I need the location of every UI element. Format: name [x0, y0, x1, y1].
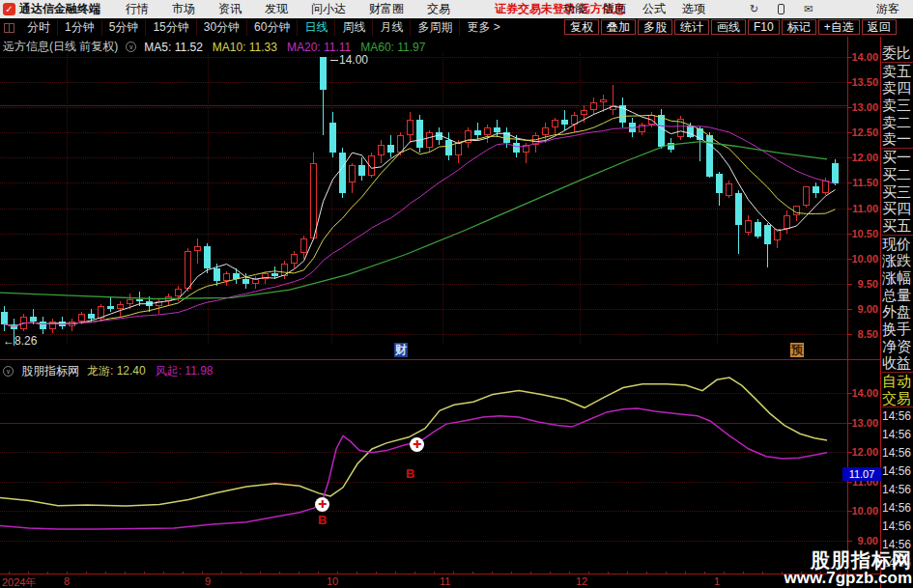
- event-badge-0[interactable]: 财: [394, 343, 408, 357]
- candle[interactable]: [146, 301, 153, 306]
- collapse-chevron-icon[interactable]: ∨: [3, 366, 14, 377]
- candle[interactable]: [194, 246, 201, 251]
- timeframe-8[interactable]: 月线: [372, 19, 410, 36]
- candle[interactable]: [726, 183, 732, 196]
- candle[interactable]: [706, 135, 713, 177]
- candle[interactable]: [271, 273, 278, 276]
- collapse-chevron-icon[interactable]: ∨: [126, 42, 136, 52]
- main-candlestick-chart[interactable]: 远方信息(日线 前复权) ∨ MA5: 11.52MA10: 11.33MA20…: [0, 37, 847, 359]
- candle[interactable]: [127, 299, 133, 304]
- candle[interactable]: [832, 163, 839, 183]
- candle[interactable]: [581, 110, 587, 115]
- timeframe-10[interactable]: 更多 >: [459, 19, 506, 36]
- candle[interactable]: [764, 225, 771, 244]
- candle[interactable]: [49, 322, 56, 329]
- candle[interactable]: [445, 140, 452, 155]
- candle[interactable]: [735, 193, 742, 225]
- candle[interactable]: [523, 145, 529, 153]
- candle[interactable]: [561, 120, 568, 125]
- candle[interactable]: [291, 254, 298, 264]
- candle[interactable]: [20, 317, 27, 329]
- candle[interactable]: [165, 296, 172, 301]
- candle[interactable]: [233, 273, 240, 278]
- candle[interactable]: [98, 306, 104, 319]
- tool-button-5[interactable]: F10: [748, 19, 780, 35]
- tool-button-4[interactable]: 画线: [711, 19, 746, 35]
- candle[interactable]: [629, 123, 636, 132]
- right-menu-item-0[interactable]: 功能: [563, 1, 586, 17]
- timeframe-7[interactable]: 周线: [334, 19, 372, 36]
- layout-icon[interactable]: [4, 23, 14, 33]
- candle[interactable]: [11, 324, 17, 329]
- event-badge-1[interactable]: 预: [790, 343, 804, 357]
- right-menu-item-1[interactable]: 版面: [603, 1, 626, 17]
- timeframe-5[interactable]: 60分钟: [246, 19, 297, 36]
- candle[interactable]: [784, 215, 790, 229]
- right-menu-item-3[interactable]: 选项: [682, 1, 705, 17]
- candle[interactable]: [503, 132, 510, 142]
- menu-item-5[interactable]: 财富圈: [369, 1, 404, 17]
- candle[interactable]: [648, 115, 655, 125]
- candle[interactable]: [610, 105, 616, 110]
- candle[interactable]: [465, 130, 471, 143]
- candle[interactable]: [378, 145, 385, 154]
- sidebar-row-自动[interactable]: 自动: [882, 373, 913, 390]
- candle[interactable]: [658, 115, 665, 147]
- tool-button-3[interactable]: 统计: [674, 19, 709, 35]
- menu-item-4[interactable]: 问小达: [311, 1, 346, 17]
- candle[interactable]: [204, 246, 211, 269]
- tool-button-1[interactable]: 叠加: [601, 19, 636, 35]
- candle[interactable]: [813, 186, 819, 193]
- candle[interactable]: [252, 279, 259, 284]
- candle[interactable]: [339, 153, 346, 193]
- candle[interactable]: [600, 99, 607, 102]
- refresh-icon[interactable]: ↻: [750, 3, 758, 15]
- candle[interactable]: [329, 123, 336, 153]
- tool-button-0[interactable]: 复权: [564, 19, 599, 35]
- candle[interactable]: [59, 322, 66, 326]
- panel-separator[interactable]: [0, 359, 881, 360]
- candle[interactable]: [349, 165, 356, 182]
- candle[interactable]: [455, 143, 462, 155]
- candle[interactable]: [40, 322, 46, 329]
- candle[interactable]: [668, 143, 674, 151]
- symbol-title[interactable]: 远方信息(日线 前复权): [3, 39, 118, 55]
- candle[interactable]: [484, 127, 491, 135]
- candle[interactable]: [281, 264, 288, 276]
- candle[interactable]: [69, 322, 75, 326]
- candle[interactable]: [793, 206, 800, 215]
- candle[interactable]: [639, 125, 645, 132]
- candle[interactable]: [407, 120, 414, 135]
- candle[interactable]: [107, 306, 114, 309]
- candle[interactable]: [697, 128, 703, 140]
- candle[interactable]: [88, 314, 95, 319]
- candle[interactable]: [803, 186, 810, 206]
- timeframe-3[interactable]: 15分钟: [145, 19, 195, 36]
- timeframe-2[interactable]: 5分钟: [101, 19, 146, 36]
- candle[interactable]: [185, 251, 191, 289]
- candle[interactable]: [532, 135, 539, 145]
- candle[interactable]: [571, 115, 578, 125]
- candle[interactable]: [214, 268, 220, 281]
- candle[interactable]: [474, 130, 481, 135]
- candle[interactable]: [223, 273, 230, 281]
- candle[interactable]: [243, 279, 249, 284]
- timeframe-0[interactable]: 分时: [20, 19, 57, 36]
- candle[interactable]: [117, 304, 124, 309]
- candle[interactable]: [513, 143, 520, 153]
- mobile-icon[interactable]: [778, 4, 785, 14]
- timeframe-1[interactable]: 1分钟: [57, 19, 101, 36]
- candle[interactable]: [156, 301, 162, 306]
- candle[interactable]: [387, 145, 394, 153]
- menu-item-2[interactable]: 资讯: [218, 1, 242, 17]
- tool-button-2[interactable]: 多股: [638, 19, 672, 35]
- candle[interactable]: [136, 299, 143, 302]
- candle[interactable]: [426, 132, 433, 148]
- candle[interactable]: [542, 127, 549, 135]
- menu-item-1[interactable]: 市场: [172, 1, 195, 17]
- candle[interactable]: [590, 102, 597, 110]
- menu-item-0[interactable]: 行情: [126, 1, 149, 17]
- candle[interactable]: [320, 57, 327, 90]
- right-menu-item-2[interactable]: 公式: [642, 1, 666, 17]
- candle[interactable]: [822, 181, 829, 193]
